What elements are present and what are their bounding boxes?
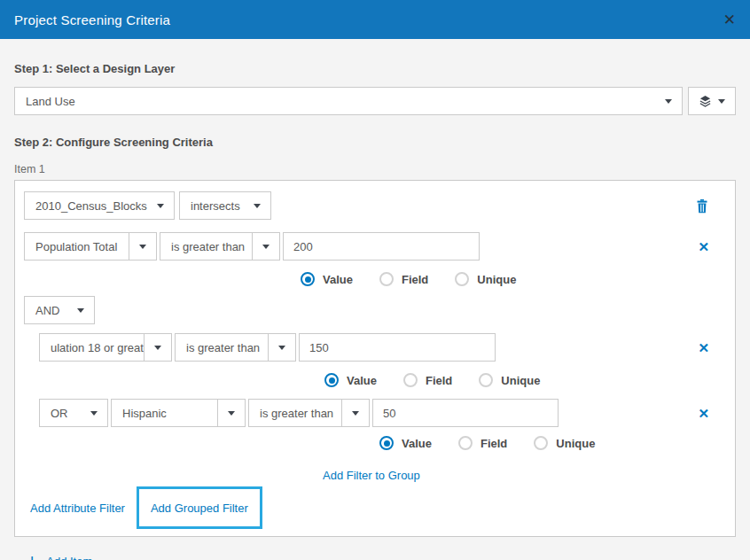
- radio-option-field[interactable]: Field: [379, 272, 428, 286]
- group-join-row: AND: [24, 296, 726, 324]
- group-filter2-value-input[interactable]: [372, 399, 559, 427]
- group-filter2-operator-value: is greater than: [249, 407, 341, 420]
- chevron-down-icon: [268, 334, 295, 361]
- radio-selected-icon: [301, 272, 315, 286]
- close-icon[interactable]: ✕: [723, 12, 736, 27]
- radio-option-value[interactable]: Value: [379, 436, 432, 450]
- design-layer-select[interactable]: Land Use: [14, 87, 683, 115]
- radio-unselected-icon: [455, 272, 469, 286]
- grouped-filter-row-1: ulation 18 or greater is greater than ✕: [39, 333, 726, 362]
- group-filter2-field-select[interactable]: Hispanic: [111, 399, 246, 427]
- group-join-value: AND: [25, 304, 67, 317]
- group-filter1-field-select[interactable]: ulation 18 or greater: [39, 333, 172, 362]
- item-label: Item 1: [14, 163, 736, 175]
- target-layer-select[interactable]: 2010_Census_Blocks: [24, 191, 175, 220]
- radio-unselected-icon: [458, 436, 473, 450]
- layers-options-button[interactable]: [688, 87, 736, 115]
- group-filter2-mode-radios: Value Field Unique: [379, 436, 726, 450]
- radio-option-value[interactable]: Value: [324, 373, 377, 387]
- chevron-down-icon: [655, 88, 682, 114]
- filter1-value-input[interactable]: [283, 232, 480, 261]
- filter1-operator-value: is greater than: [160, 240, 252, 253]
- radio-option-value[interactable]: Value: [301, 272, 353, 286]
- step2-label: Step 2: Configure Screening Criteria: [14, 136, 736, 149]
- radio-unselected-icon: [534, 436, 548, 450]
- trash-icon: [695, 198, 709, 214]
- remove-group-filter2-icon[interactable]: ✕: [698, 407, 709, 420]
- layers-icon: [699, 95, 712, 108]
- filter1-field-select[interactable]: Population Total: [24, 232, 157, 261]
- add-item-label: Add Item: [46, 555, 92, 560]
- delete-item-button[interactable]: [695, 198, 709, 214]
- chevron-down-icon: [718, 99, 725, 104]
- radio-selected-icon: [324, 373, 339, 387]
- grouped-filter-row-2: OR Hispanic is greater than ✕: [39, 399, 726, 427]
- dialog-title: Project Screening Criteria: [14, 12, 170, 27]
- group-filter2-join-value: OR: [40, 407, 81, 420]
- radio-option-unique[interactable]: Unique: [455, 272, 516, 286]
- radio-unselected-icon: [379, 272, 394, 286]
- chevron-down-icon: [67, 297, 94, 323]
- group-filter1-operator-select[interactable]: is greater than: [175, 333, 296, 362]
- chevron-down-icon: [244, 192, 270, 219]
- add-grouped-filter-link[interactable]: Add Grouped Filter: [151, 502, 248, 515]
- radio-option-unique[interactable]: Unique: [534, 436, 595, 450]
- remove-filter1-icon[interactable]: ✕: [698, 240, 709, 253]
- group-filter1-value-input[interactable]: [299, 333, 496, 362]
- group-filter2-operator-select[interactable]: is greater than: [248, 399, 370, 427]
- radio-unselected-icon: [479, 373, 493, 387]
- chevron-down-icon: [217, 400, 245, 426]
- design-layer-row: Land Use: [14, 87, 736, 115]
- radio-selected-icon: [379, 436, 394, 450]
- radio-option-field[interactable]: Field: [403, 373, 452, 387]
- spatial-operator-value: intersects: [180, 199, 244, 213]
- add-filter-to-group-link[interactable]: Add Filter to Group: [323, 469, 420, 482]
- design-layer-value: Land Use: [15, 95, 655, 108]
- filter1-mode-radios: Value Field Unique: [301, 272, 726, 286]
- group-filter1-field-value: ulation 18 or greater: [40, 341, 144, 354]
- radio-option-field[interactable]: Field: [458, 436, 507, 450]
- chevron-down-icon: [147, 192, 174, 219]
- add-grouped-filter-highlight: Add Grouped Filter: [137, 486, 262, 529]
- add-item-button[interactable]: + Add Item: [14, 554, 736, 560]
- radio-option-unique[interactable]: Unique: [479, 373, 540, 387]
- chevron-down-icon: [81, 400, 107, 426]
- group-filter1-operator-value: is greater than: [176, 341, 268, 354]
- group-filter2-field-value: Hispanic: [112, 407, 217, 420]
- group-filter1-mode-radios: Value Field Unique: [324, 373, 726, 387]
- attribute-filter-row-1: Population Total is greater than ✕: [24, 232, 726, 261]
- group-filter2-join-select[interactable]: OR: [39, 399, 108, 427]
- layer-operator-row: 2010_Census_Blocks intersects: [24, 191, 726, 220]
- project-screening-criteria-dialog: Project Screening Criteria ✕ Step 1: Sel…: [0, 0, 750, 560]
- filter1-operator-select[interactable]: is greater than: [160, 232, 280, 261]
- chevron-down-icon: [341, 400, 369, 426]
- remove-group-filter1-icon[interactable]: ✕: [698, 341, 709, 354]
- group-join-select[interactable]: AND: [24, 296, 95, 324]
- filter1-field-value: Population Total: [25, 240, 129, 253]
- target-layer-value: 2010_Census_Blocks: [25, 199, 147, 213]
- spatial-operator-select[interactable]: intersects: [179, 191, 271, 220]
- chevron-down-icon: [252, 233, 279, 260]
- dialog-header: Project Screening Criteria ✕: [0, 0, 750, 39]
- chevron-down-icon: [129, 233, 156, 260]
- filter-actions-row: Add Attribute Filter Add Grouped Filter: [24, 486, 726, 529]
- radio-unselected-icon: [403, 373, 418, 387]
- chevron-down-icon: [144, 334, 171, 361]
- step1-label: Step 1: Select a Design Layer: [14, 62, 736, 75]
- plus-icon: +: [27, 554, 37, 560]
- item-panel: 2010_Census_Blocks intersects: [14, 180, 736, 537]
- dialog-body: Step 1: Select a Design Layer Land Use S…: [0, 62, 750, 560]
- add-attribute-filter-link[interactable]: Add Attribute Filter: [30, 502, 125, 515]
